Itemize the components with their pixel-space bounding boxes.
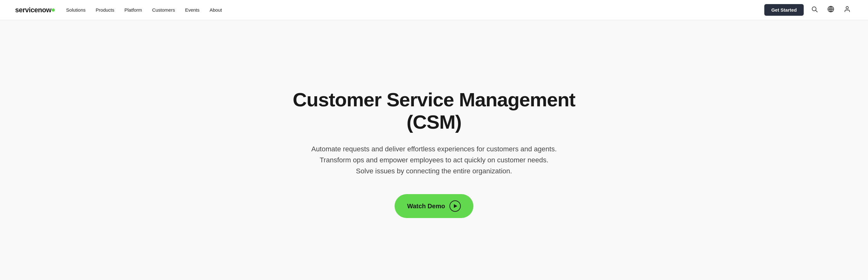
play-triangle [454, 204, 457, 208]
svg-point-6 [846, 6, 848, 8]
nav-links: Solutions Products Platform Customers Ev… [66, 7, 222, 13]
play-icon [450, 200, 461, 212]
hero-title: Customer Service Management (CSM) [292, 89, 576, 133]
person-icon [844, 6, 851, 14]
nav-item-events: Events [185, 7, 199, 13]
nav-link-customers[interactable]: Customers [152, 7, 175, 12]
svg-line-1 [816, 10, 817, 12]
nav-link-platform[interactable]: Platform [124, 7, 142, 12]
nav-link-solutions[interactable]: Solutions [66, 7, 86, 12]
nav-item-about: About [210, 7, 222, 13]
nav-right: Get Started [764, 4, 853, 16]
nav-item-products: Products [96, 7, 115, 13]
logo-dot [52, 8, 55, 12]
nav-item-solutions: Solutions [66, 7, 86, 13]
watch-demo-label: Watch Demo [407, 203, 445, 210]
search-icon [811, 6, 818, 14]
globe-icon [827, 6, 834, 14]
logo-text: servicenow [15, 6, 51, 14]
search-button[interactable] [809, 4, 820, 16]
globe-button[interactable] [825, 4, 836, 16]
nav-left: servicenow Solutions Products Platform C… [15, 6, 222, 14]
navbar: servicenow Solutions Products Platform C… [0, 0, 868, 20]
get-started-button[interactable]: Get Started [764, 4, 804, 16]
hero-section: Customer Service Management (CSM) Automa… [0, 20, 868, 280]
nav-item-platform: Platform [124, 7, 142, 13]
hero-subtitle: Automate requests and deliver effortless… [311, 143, 557, 177]
nav-item-customers: Customers [152, 7, 175, 13]
logo[interactable]: servicenow [15, 6, 55, 14]
nav-link-events[interactable]: Events [185, 7, 199, 12]
watch-demo-button[interactable]: Watch Demo [395, 194, 473, 218]
nav-link-products[interactable]: Products [96, 7, 115, 12]
profile-button[interactable] [841, 4, 853, 16]
nav-link-about[interactable]: About [210, 7, 222, 12]
